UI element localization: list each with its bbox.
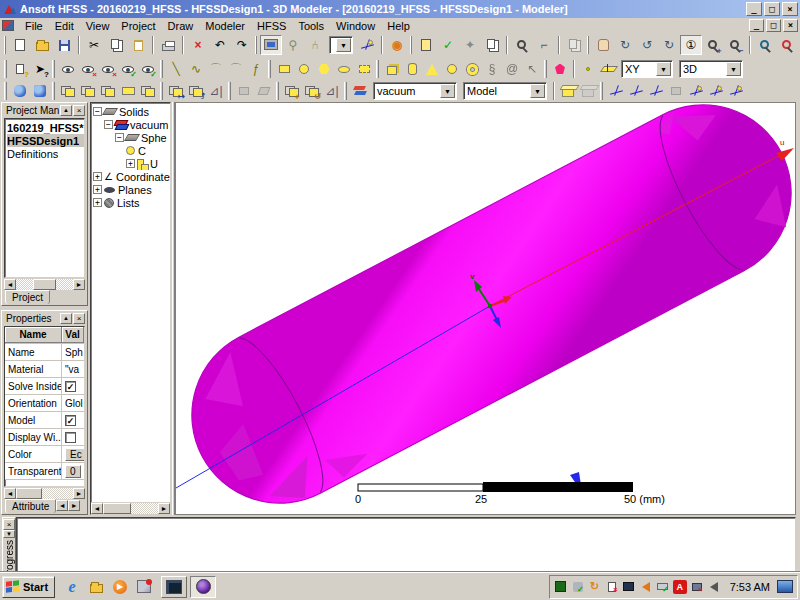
boolean-intersect-icon[interactable] bbox=[30, 81, 50, 101]
draw-sphere-icon[interactable] bbox=[442, 59, 462, 79]
project-tree-item-definitions[interactable]: Definitions bbox=[7, 147, 84, 160]
modeler-viewport[interactable]: u w v 0 25 bbox=[175, 102, 796, 515]
menu-project[interactable]: Project bbox=[115, 18, 161, 33]
restore-button[interactable]: □ bbox=[764, 2, 780, 16]
toolbar-grip[interactable] bbox=[228, 82, 231, 100]
combo-dropdown-icon[interactable]: ▼ bbox=[336, 38, 351, 52]
panel-collapse-icon[interactable]: ▲ bbox=[60, 105, 72, 116]
combo-dropdown-icon[interactable]: ▼ bbox=[656, 62, 671, 76]
scroll-thumb[interactable] bbox=[103, 503, 131, 514]
tab-project[interactable]: Project bbox=[5, 290, 50, 304]
draw-spiral-icon[interactable]: @ bbox=[502, 59, 522, 79]
toolbar-grip[interactable] bbox=[587, 36, 589, 54]
tray-printer-icon[interactable]: ✓ bbox=[656, 580, 670, 594]
expand-icon[interactable]: + bbox=[126, 159, 135, 168]
tray-volume-orange-icon[interactable] bbox=[639, 580, 653, 594]
model-tree-item-solids[interactable]: − Solids bbox=[93, 105, 170, 118]
collapse-icon[interactable]: − bbox=[104, 120, 113, 129]
scroll-left-icon[interactable]: ◄ bbox=[4, 279, 16, 290]
combo-dropdown-icon[interactable]: ▼ bbox=[440, 84, 455, 98]
show-desktop-icon[interactable] bbox=[777, 580, 793, 593]
model-tree-item-sphere[interactable]: − Sphe bbox=[115, 131, 170, 144]
arrange-split-icon[interactable] bbox=[118, 81, 138, 101]
zoom-in-icon[interactable]: ＋ bbox=[702, 35, 724, 55]
drawing-plane-combobox[interactable]: XY ▼ bbox=[621, 60, 673, 78]
start-button[interactable]: Start bbox=[2, 576, 55, 598]
view-mode-combobox[interactable]: 3D ▼ bbox=[679, 60, 743, 78]
tray-blocked-file-icon[interactable]: × bbox=[605, 580, 619, 594]
rotate-object-icon[interactable]: ⤴ bbox=[186, 81, 206, 101]
tray-usb-device-icon[interactable]: ✓ bbox=[571, 580, 585, 594]
panel-expand-icon[interactable]: ▼ bbox=[3, 530, 15, 538]
draw-region-icon[interactable] bbox=[354, 59, 374, 79]
panel-close-icon[interactable]: × bbox=[3, 519, 15, 530]
fit-all-icon[interactable] bbox=[754, 35, 776, 55]
cut-icon[interactable]: ✂ bbox=[83, 35, 105, 55]
tray-network-disconnected-icon[interactable]: × bbox=[690, 580, 704, 594]
validate-icon[interactable]: ✓ bbox=[437, 35, 459, 55]
redo-icon[interactable]: ↷ bbox=[231, 35, 253, 55]
menu-hfss[interactable]: HFSS bbox=[251, 18, 292, 33]
menu-file[interactable]: File bbox=[19, 18, 49, 33]
scroll-right-icon[interactable]: ► bbox=[73, 488, 85, 499]
toolbar-grip[interactable] bbox=[52, 82, 55, 100]
panel-close-icon[interactable]: × bbox=[73, 105, 85, 116]
model-checkbox[interactable]: ✓ bbox=[65, 415, 76, 426]
rotate-screen-center-icon[interactable]: ↻ bbox=[658, 35, 680, 55]
results-icon[interactable] bbox=[481, 35, 503, 55]
create-relative-cs-icon[interactable] bbox=[606, 81, 626, 101]
project-tree-item-design[interactable]: HFSSDesign1 bbox=[7, 134, 84, 147]
tray-antivirus-icon[interactable]: A bbox=[673, 580, 687, 594]
menu-help[interactable]: Help bbox=[381, 18, 416, 33]
menu-view[interactable]: View bbox=[80, 18, 116, 33]
tab-attribute[interactable]: Attribute bbox=[5, 499, 56, 513]
model-tree-item-lists[interactable]: + Lists bbox=[93, 196, 170, 209]
properties-col-name[interactable]: Name bbox=[5, 327, 62, 343]
task-button-screenshot[interactable] bbox=[161, 576, 187, 598]
tray-green-app-icon[interactable] bbox=[554, 580, 568, 594]
help-topics-icon[interactable]: ? bbox=[10, 59, 30, 79]
duplicate-around-axis-icon[interactable]: ↺ bbox=[302, 81, 322, 101]
copy-icon[interactable] bbox=[105, 35, 127, 55]
toolbar-grip[interactable] bbox=[255, 36, 257, 54]
view-visibility-icon[interactable] bbox=[58, 59, 78, 79]
model-tree-item-planes[interactable]: + Planes bbox=[93, 183, 170, 196]
boolean-unite-icon[interactable] bbox=[10, 81, 30, 101]
undo-icon[interactable]: ↶ bbox=[209, 35, 231, 55]
project-tree-item-project[interactable]: 160219_HFSS* bbox=[7, 121, 84, 134]
context-help-icon[interactable]: ➤? bbox=[30, 59, 50, 79]
draw-arc-3point-icon[interactable]: ⌒ bbox=[226, 59, 246, 79]
menu-modeler[interactable]: Modeler bbox=[199, 18, 251, 33]
tray-display-icon[interactable] bbox=[622, 580, 636, 594]
create-object-cs-icon[interactable] bbox=[646, 81, 666, 101]
create-open-region-icon[interactable] bbox=[558, 81, 578, 101]
model-3d-view[interactable]: u w v 0 25 bbox=[176, 103, 796, 515]
properties-col-value[interactable]: Val bbox=[62, 327, 84, 343]
toolbar-grip[interactable] bbox=[4, 60, 7, 78]
move-cs-icon[interactable] bbox=[706, 81, 726, 101]
toolbar-grip[interactable] bbox=[410, 36, 412, 54]
arrange-subtract-icon[interactable] bbox=[78, 81, 98, 101]
mdi-child-icon[interactable] bbox=[2, 20, 14, 31]
edit-cs-icon[interactable] bbox=[666, 81, 686, 101]
create-face-cs-icon[interactable] bbox=[626, 81, 646, 101]
draw-sweep-icon[interactable]: ↖ bbox=[522, 59, 542, 79]
fit-selection-icon[interactable] bbox=[776, 35, 798, 55]
combo-dropdown-icon[interactable]: ▼ bbox=[530, 84, 545, 98]
tray-update-icon[interactable]: ↻ bbox=[588, 580, 602, 594]
toolbar-grip[interactable] bbox=[276, 82, 279, 100]
zoom-select-icon[interactable]: ① bbox=[680, 35, 702, 55]
panel-collapse-icon[interactable]: ▲ bbox=[60, 313, 72, 324]
task-button-hfss[interactable] bbox=[190, 576, 216, 598]
material-combobox[interactable]: vacuum ▼ bbox=[373, 82, 457, 100]
cover-lines-icon[interactable] bbox=[234, 81, 254, 101]
draw-torus-icon[interactable] bbox=[462, 59, 482, 79]
draw-arc-center-icon[interactable]: ⌒ bbox=[206, 59, 226, 79]
edit-notes-icon[interactable] bbox=[415, 35, 437, 55]
model-tree-item-create-command[interactable]: C bbox=[126, 144, 170, 157]
duplicate-along-line-icon[interactable]: ＋ bbox=[282, 81, 302, 101]
print-icon[interactable] bbox=[157, 35, 179, 55]
tab-scroll-right-icon[interactable]: ► bbox=[68, 500, 80, 511]
hide-all-icon[interactable]: × bbox=[98, 59, 118, 79]
draw-equation-curve-icon[interactable]: ƒ bbox=[246, 59, 266, 79]
